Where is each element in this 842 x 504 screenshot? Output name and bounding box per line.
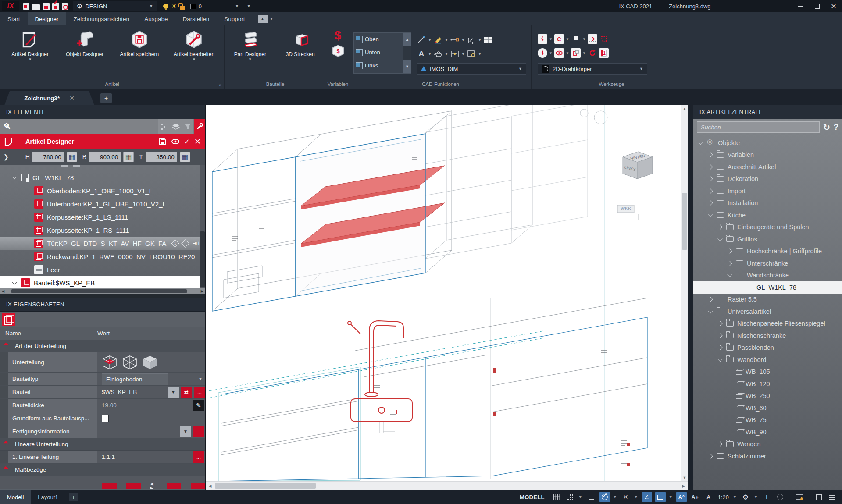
dimension-tool-icon[interactable] xyxy=(450,35,460,45)
catalog-tree-row[interactable]: WB_120 xyxy=(693,378,842,390)
more-options-button[interactable]: ... xyxy=(193,426,204,437)
chevron-down-icon[interactable]: ▼ xyxy=(549,51,553,55)
tree-scrollbar[interactable] xyxy=(200,165,205,288)
width-input[interactable]: 900.00 xyxy=(89,152,121,162)
menu-tab[interactable]: Zeichnungsansichten xyxy=(66,12,137,25)
artikel-bearbeiten-button[interactable]: Artikel bearbeiten ▼ xyxy=(169,30,218,60)
menu-tab[interactable]: Ausgabe xyxy=(137,12,175,25)
maximize-button[interactable] xyxy=(809,0,825,12)
group-massbezuege[interactable]: Maßbezüge xyxy=(0,464,205,476)
catalog-tree-row[interactable]: Schlafzimmer xyxy=(693,450,842,462)
minimize-button[interactable] xyxy=(792,0,809,12)
catalog-tree-row[interactable]: WB_60 xyxy=(693,402,842,414)
chevron-down-icon[interactable]: ▼ xyxy=(198,376,203,381)
catalog-tree-row[interactable]: WB_250 xyxy=(693,390,842,402)
calculator-icon[interactable]: ▦ xyxy=(180,152,190,162)
part-designer-button[interactable]: Part Designer ▼ xyxy=(225,30,275,60)
chevron-icon[interactable] xyxy=(707,165,713,169)
depth-input[interactable]: 350.00 xyxy=(146,152,177,162)
viewport-canvas[interactable]: HINTEN LINKS WKS xyxy=(206,105,681,481)
catalog-tree-row[interactable]: WB_75 xyxy=(693,414,842,426)
open-file-icon[interactable] xyxy=(32,4,40,10)
chevron-icon[interactable] xyxy=(11,281,18,284)
chevron-icon[interactable] xyxy=(717,442,723,446)
mode-label[interactable]: MODELL xyxy=(520,494,545,500)
group-art-der-unterteilung[interactable]: Art der Unterteilung xyxy=(0,340,205,352)
more-options-button[interactable]: ... xyxy=(194,387,205,398)
catalog-tree-row[interactable]: Nischenpaneele Fliesenspiegel xyxy=(693,318,842,330)
tree-row[interactable]: Korpusseite:KP_1_LS_1111 xyxy=(0,210,205,224)
catalog-tree-row[interactable]: Variablen xyxy=(693,149,842,161)
chevron-down-icon[interactable]: ▼ xyxy=(578,495,583,499)
tree-h-scrollbar[interactable]: ◀ ▶ xyxy=(0,288,205,294)
doc-one-icon[interactable]: 1 xyxy=(599,48,609,58)
tree-row[interactable]: Korpusseite:KP_1_RS_1111 xyxy=(0,224,205,237)
view-list-item[interactable]: Links xyxy=(354,59,403,72)
view-list-scrollbar[interactable]: ▲ ▼ xyxy=(403,33,411,73)
chevron-icon[interactable] xyxy=(717,322,723,325)
fertigung-dropdown-icon[interactable]: ▼ xyxy=(180,426,191,437)
badge-diamond-1-icon[interactable]: 1 xyxy=(171,239,179,247)
pencil-tool-icon[interactable] xyxy=(433,35,443,45)
new-file-icon[interactable] xyxy=(23,3,29,10)
export-icon[interactable] xyxy=(62,3,68,10)
chevron-down-icon[interactable]: ▼ xyxy=(634,495,639,499)
chevron-down-icon[interactable]: ▼ xyxy=(428,38,432,42)
calculator-icon[interactable]: ▦ xyxy=(123,152,134,162)
catalog-tree-row[interactable]: Dekoration xyxy=(693,173,842,185)
model-tab[interactable]: Modell xyxy=(0,490,31,504)
customize-menu-icon[interactable] xyxy=(827,492,838,502)
grid-toggle-icon[interactable] xyxy=(551,492,562,502)
catalog-tree-row[interactable]: Küche xyxy=(693,209,842,221)
text-tool-icon[interactable]: A xyxy=(417,49,426,59)
fullscreen-icon[interactable] xyxy=(813,492,824,502)
chevron-icon[interactable] xyxy=(707,454,713,458)
document-tab[interactable]: Zeichnung3* ✕ xyxy=(4,91,94,105)
settings-gear-icon[interactable]: ⚙ xyxy=(740,492,751,502)
chevron-down-icon[interactable]: ▼ xyxy=(478,52,482,56)
chevron-icon[interactable] xyxy=(707,298,713,301)
refresh-icon[interactable]: ↻ xyxy=(823,122,830,132)
catalog-tree-row[interactable]: Wandschränke xyxy=(693,270,842,282)
component-cube-icon[interactable] xyxy=(2,313,15,326)
save-icon[interactable] xyxy=(43,3,50,10)
elements-search-input[interactable] xyxy=(14,119,158,134)
chevron-down-icon[interactable]: ▼ xyxy=(733,495,737,499)
viewport-v-scrollbar[interactable]: ▲ ▼ xyxy=(681,105,688,481)
menu-tab[interactable]: Start xyxy=(0,12,28,25)
chevron-icon[interactable] xyxy=(707,177,713,181)
dimension-auto-icon[interactable] xyxy=(450,49,460,59)
menu-tab[interactable]: Darstellen xyxy=(175,12,217,25)
crosshair-icon[interactable]: + xyxy=(761,492,772,502)
chevron-icon[interactable] xyxy=(727,273,732,277)
group-lineare-unterteilung[interactable]: Lineare Unterteilung xyxy=(0,438,205,451)
catalog-tree-row[interactable]: Grifflos xyxy=(693,233,842,245)
confirm-icon[interactable]: ✓ xyxy=(184,138,190,146)
catalog-tree-row[interactable]: Einbaugeräte und Spülen xyxy=(693,221,842,234)
catalog-tree-row[interactable]: Wandbord xyxy=(693,354,842,366)
chevron-down-icon[interactable]: ▼ xyxy=(549,37,553,41)
tree-row[interactable]: Oberboden:KP_1_OBE_1000_V1_L xyxy=(0,184,205,197)
chevron-down-icon[interactable]: ▼ xyxy=(445,52,448,56)
vertex-edit-icon[interactable] xyxy=(599,34,609,44)
wrench-icon[interactable] xyxy=(193,119,205,134)
chevron-icon[interactable] xyxy=(707,213,713,217)
objekt-designer-button[interactable]: Objekt Designer xyxy=(60,30,109,60)
annotation-scale-icon[interactable]: A xyxy=(703,492,714,502)
viewport-layout-icon[interactable] xyxy=(483,35,493,45)
cancel-icon[interactable]: ✕ xyxy=(194,137,201,146)
layer-color-swatch[interactable] xyxy=(190,4,196,9)
app-logo-icon[interactable]: iX xyxy=(2,1,19,11)
close-button[interactable]: ✕ xyxy=(825,0,842,12)
expand-icon[interactable]: ❯ xyxy=(4,153,9,160)
badge-diamond-icon[interactable] xyxy=(182,239,189,247)
catalog-tree-row[interactable]: Installation xyxy=(693,197,842,209)
insert-grid-icon[interactable] xyxy=(588,34,597,44)
help-icon[interactable]: ? xyxy=(834,123,838,132)
layout1-tab[interactable]: Layout1 xyxy=(31,490,65,504)
tree-row[interactable]: Rückwand:KP_1_RWE_0000_NV_LROU10_RE20 xyxy=(0,250,205,263)
toolbar-overflow-icon[interactable]: ▼ xyxy=(247,4,251,8)
chevron-down-icon[interactable]: ▼ xyxy=(669,495,673,499)
chevron-icon[interactable] xyxy=(698,141,703,145)
menu-tab[interactable]: Designer xyxy=(28,12,66,25)
